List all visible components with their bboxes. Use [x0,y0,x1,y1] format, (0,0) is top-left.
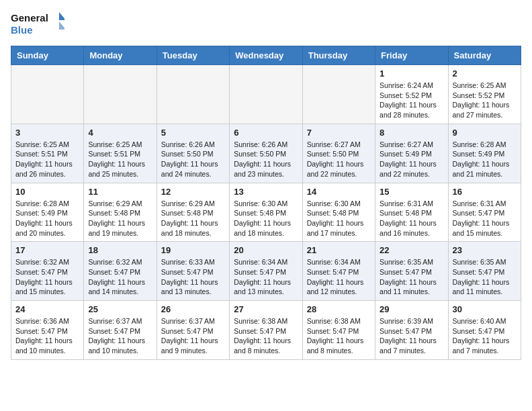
svg-marker-3 [59,21,64,30]
calendar-cell: 4Sunrise: 6:25 AMSunset: 5:51 PMDaylight… [84,124,157,183]
day-info: Sunrise: 6:40 AMSunset: 5:47 PMDaylight:… [453,316,517,356]
day-number: 4 [88,128,152,138]
day-info: Sunrise: 6:34 AMSunset: 5:47 PMDaylight:… [234,257,298,297]
day-number: 2 [453,68,517,79]
day-info: Sunrise: 6:27 AMSunset: 5:49 PMDaylight:… [380,140,443,179]
calendar-table: SundayMondayTuesdayWednesdayThursdayFrid… [11,46,521,360]
day-number: 16 [453,187,517,197]
calendar-cell: 3Sunrise: 6:25 AMSunset: 5:51 PMDaylight… [11,124,84,183]
day-number: 21 [307,245,371,255]
page-header: General Blue [11,11,521,39]
calendar-cell [84,65,157,124]
day-info: Sunrise: 6:34 AMSunset: 5:47 PMDaylight:… [307,257,371,297]
svg-marker-2 [59,12,64,20]
day-info: Sunrise: 6:26 AMSunset: 5:50 PMDaylight:… [161,140,225,179]
weekday-header-monday: Monday [84,46,157,65]
day-number: 7 [307,128,371,138]
calendar-cell: 20Sunrise: 6:34 AMSunset: 5:47 PMDayligh… [230,242,302,301]
day-info: Sunrise: 6:37 AMSunset: 5:47 PMDaylight:… [161,316,225,356]
week-row-1: 1Sunrise: 6:24 AMSunset: 5:52 PMDaylight… [11,65,521,124]
calendar-cell: 14Sunrise: 6:30 AMSunset: 5:48 PMDayligh… [302,183,375,242]
day-info: Sunrise: 6:39 AMSunset: 5:47 PMDaylight:… [380,316,443,356]
calendar-cell: 8Sunrise: 6:27 AMSunset: 5:49 PMDaylight… [375,124,448,183]
day-info: Sunrise: 6:28 AMSunset: 5:49 PMDaylight:… [453,140,517,179]
day-info: Sunrise: 6:38 AMSunset: 5:47 PMDaylight:… [307,316,371,356]
day-number: 15 [380,187,443,197]
day-info: Sunrise: 6:38 AMSunset: 5:47 PMDaylight:… [234,316,298,356]
day-info: Sunrise: 6:31 AMSunset: 5:48 PMDaylight:… [380,199,443,238]
day-number: 6 [234,128,298,138]
day-number: 8 [380,128,443,138]
day-number: 3 [15,128,79,138]
weekday-header-row: SundayMondayTuesdayWednesdayThursdayFrid… [11,46,521,65]
day-number: 9 [453,128,517,138]
calendar-cell: 12Sunrise: 6:29 AMSunset: 5:48 PMDayligh… [157,183,229,242]
weekday-header-wednesday: Wednesday [230,46,302,65]
day-info: Sunrise: 6:32 AMSunset: 5:47 PMDaylight:… [88,257,152,297]
day-number: 10 [15,187,79,197]
calendar-cell: 15Sunrise: 6:31 AMSunset: 5:48 PMDayligh… [375,183,448,242]
calendar-cell: 25Sunrise: 6:37 AMSunset: 5:47 PMDayligh… [84,301,157,360]
logo-icon: General Blue [11,11,64,39]
calendar-cell: 11Sunrise: 6:29 AMSunset: 5:48 PMDayligh… [84,183,157,242]
calendar-cell: 5Sunrise: 6:26 AMSunset: 5:50 PMDaylight… [157,124,229,183]
day-number: 19 [161,245,225,255]
day-info: Sunrise: 6:35 AMSunset: 5:47 PMDaylight:… [453,257,517,297]
day-info: Sunrise: 6:32 AMSunset: 5:47 PMDaylight:… [15,257,79,297]
calendar-cell [230,65,302,124]
day-info: Sunrise: 6:25 AMSunset: 5:52 PMDaylight:… [453,81,517,120]
calendar-cell [157,65,229,124]
day-info: Sunrise: 6:30 AMSunset: 5:48 PMDaylight:… [307,199,371,238]
day-number: 18 [88,245,152,255]
day-info: Sunrise: 6:31 AMSunset: 5:47 PMDaylight:… [453,199,517,238]
calendar-cell [11,65,84,124]
day-info: Sunrise: 6:29 AMSunset: 5:48 PMDaylight:… [161,199,225,238]
day-info: Sunrise: 6:25 AMSunset: 5:51 PMDaylight:… [88,140,152,179]
calendar-cell: 21Sunrise: 6:34 AMSunset: 5:47 PMDayligh… [302,242,375,301]
calendar-cell: 6Sunrise: 6:26 AMSunset: 5:50 PMDaylight… [230,124,302,183]
calendar-cell: 17Sunrise: 6:32 AMSunset: 5:47 PMDayligh… [11,242,84,301]
day-info: Sunrise: 6:24 AMSunset: 5:52 PMDaylight:… [380,81,443,120]
day-number: 24 [15,304,79,314]
calendar-cell: 23Sunrise: 6:35 AMSunset: 5:47 PMDayligh… [448,242,521,301]
calendar-cell: 18Sunrise: 6:32 AMSunset: 5:47 PMDayligh… [84,242,157,301]
day-info: Sunrise: 6:35 AMSunset: 5:47 PMDaylight:… [380,257,443,297]
week-row-4: 17Sunrise: 6:32 AMSunset: 5:47 PMDayligh… [11,242,521,301]
calendar-cell [302,65,375,124]
svg-text:General: General [11,12,48,24]
calendar-cell: 1Sunrise: 6:24 AMSunset: 5:52 PMDaylight… [375,65,448,124]
day-number: 26 [161,304,225,314]
day-number: 5 [161,128,225,138]
calendar-cell: 10Sunrise: 6:28 AMSunset: 5:49 PMDayligh… [11,183,84,242]
day-info: Sunrise: 6:26 AMSunset: 5:50 PMDaylight:… [234,140,298,179]
day-info: Sunrise: 6:36 AMSunset: 5:47 PMDaylight:… [15,316,79,356]
day-number: 25 [88,304,152,314]
calendar-cell: 29Sunrise: 6:39 AMSunset: 5:47 PMDayligh… [375,301,448,360]
day-number: 1 [380,68,443,79]
day-number: 13 [234,187,298,197]
calendar-cell: 9Sunrise: 6:28 AMSunset: 5:49 PMDaylight… [448,124,521,183]
calendar-cell: 2Sunrise: 6:25 AMSunset: 5:52 PMDaylight… [448,65,521,124]
day-info: Sunrise: 6:28 AMSunset: 5:49 PMDaylight:… [15,199,79,238]
weekday-header-friday: Friday [375,46,448,65]
day-info: Sunrise: 6:37 AMSunset: 5:47 PMDaylight:… [88,316,152,356]
weekday-header-saturday: Saturday [448,46,521,65]
calendar-cell: 27Sunrise: 6:38 AMSunset: 5:47 PMDayligh… [230,301,302,360]
day-number: 14 [307,187,371,197]
week-row-5: 24Sunrise: 6:36 AMSunset: 5:47 PMDayligh… [11,301,521,360]
day-number: 11 [88,187,152,197]
day-info: Sunrise: 6:29 AMSunset: 5:48 PMDaylight:… [88,199,152,238]
day-info: Sunrise: 6:25 AMSunset: 5:51 PMDaylight:… [15,140,79,179]
day-info: Sunrise: 6:27 AMSunset: 5:50 PMDaylight:… [307,140,371,179]
day-number: 29 [380,304,443,314]
day-number: 27 [234,304,298,314]
week-row-2: 3Sunrise: 6:25 AMSunset: 5:51 PMDaylight… [11,124,521,183]
calendar-cell: 19Sunrise: 6:33 AMSunset: 5:47 PMDayligh… [157,242,229,301]
weekday-header-sunday: Sunday [11,46,84,65]
svg-text:Blue: Blue [11,24,33,36]
calendar-cell: 30Sunrise: 6:40 AMSunset: 5:47 PMDayligh… [448,301,521,360]
calendar-cell: 16Sunrise: 6:31 AMSunset: 5:47 PMDayligh… [448,183,521,242]
day-number: 30 [453,304,517,314]
day-info: Sunrise: 6:33 AMSunset: 5:47 PMDaylight:… [161,257,225,297]
day-number: 17 [15,245,79,255]
